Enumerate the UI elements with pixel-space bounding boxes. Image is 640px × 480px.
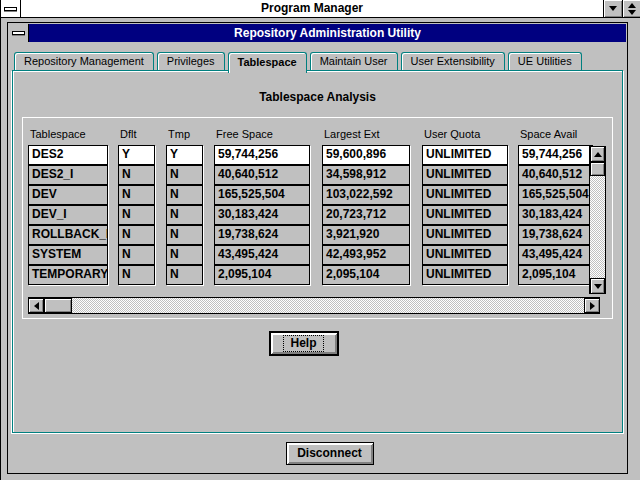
table-cell[interactable]: N (118, 225, 155, 245)
scroll-right-button[interactable] (584, 298, 600, 313)
table-row: SYSTEMNN43,495,42442,493,952UNLIMITED43,… (28, 245, 612, 265)
table-cell[interactable]: 43,495,424 (518, 245, 593, 265)
triangle-down-icon (609, 6, 617, 11)
table-cell[interactable]: Y (166, 145, 203, 165)
table-cell[interactable]: 59,744,256 (214, 145, 310, 165)
table-cell[interactable]: 59,744,256 (518, 145, 593, 165)
control-menu-dash-icon (4, 7, 17, 11)
triangle-up-icon (594, 152, 602, 157)
tab-user-extensibility[interactable]: User Extensibility (401, 52, 505, 70)
table-row: DES2YY59,744,25659,600,896UNLIMITED59,74… (28, 145, 612, 165)
table-cell[interactable]: DEV_I (28, 205, 108, 225)
triangle-right-icon (590, 302, 595, 310)
scroll-up-button[interactable] (590, 146, 605, 162)
table-row: DEVNN165,525,504103,022,592UNLIMITED165,… (28, 185, 612, 205)
table-cell[interactable]: UNLIMITED (422, 245, 508, 265)
help-button-label: Help (283, 335, 323, 352)
table-cell[interactable]: 59,600,896 (322, 145, 410, 165)
column-header: Tmp (166, 128, 203, 140)
scroll-down-button[interactable] (590, 278, 605, 294)
tab-maintain-user[interactable]: Maintain User (310, 52, 398, 70)
horizontal-scroll-thumb[interactable] (44, 298, 72, 313)
table-cell[interactable]: 2,095,104 (518, 265, 593, 285)
table-cell[interactable]: N (118, 165, 155, 185)
column-header: Free Space (214, 128, 310, 140)
control-menu-dash-icon (12, 31, 25, 35)
tab-ue-utilities[interactable]: UE Utilities (508, 52, 582, 70)
table-cell[interactable]: 2,095,104 (214, 265, 310, 285)
table-cell[interactable]: 165,525,504 (518, 185, 593, 205)
table-cell[interactable]: 20,723,712 (322, 205, 410, 225)
vertical-scroll-thumb[interactable] (590, 162, 605, 176)
column-header: User Quota (422, 128, 508, 140)
table-cell[interactable]: DES2 (28, 145, 108, 165)
table-cell[interactable]: UNLIMITED (422, 265, 508, 285)
desktop: { "desktop": { "title": "Program Manager… (0, 0, 640, 480)
tab-tablespace[interactable]: Tablespace (228, 52, 307, 73)
table-cell[interactable]: 19,738,624 (518, 225, 593, 245)
pm-minimize-button[interactable] (603, 0, 622, 17)
table-cell[interactable]: N (118, 265, 155, 285)
column-header: Dflt (118, 128, 155, 140)
table-cell[interactable]: N (118, 205, 155, 225)
table-cell[interactable]: SYSTEM (28, 245, 108, 265)
table-cell[interactable]: 34,598,912 (322, 165, 410, 185)
table-cell[interactable]: 43,495,424 (214, 245, 310, 265)
pm-restore-button[interactable] (622, 0, 640, 17)
tab-repository-management[interactable]: Repository Management (14, 52, 154, 70)
disconnect-button[interactable]: Disconnect (286, 442, 374, 465)
table-row: ROLLBACK_DNN19,738,6243,921,920UNLIMITED… (28, 225, 612, 245)
tab-privileges[interactable]: Privileges (157, 52, 225, 70)
tablespace-table: TablespaceDfltTmpFree SpaceLargest ExtUs… (22, 117, 613, 319)
table-cell[interactable]: DES2_I (28, 165, 108, 185)
app-titlebar[interactable]: Repository Administration Utility (9, 24, 626, 42)
table-cell[interactable]: N (118, 245, 155, 265)
column-header: Tablespace (28, 128, 108, 140)
table-cell[interactable]: 40,640,512 (518, 165, 593, 185)
table-cell[interactable]: N (166, 205, 203, 225)
table-cell[interactable]: N (166, 245, 203, 265)
table-cell[interactable]: UNLIMITED (422, 205, 508, 225)
table-cell[interactable]: 40,640,512 (214, 165, 310, 185)
table-cell[interactable]: N (118, 185, 155, 205)
table-cell[interactable]: 3,921,920 (322, 225, 410, 245)
table-cell[interactable]: UNLIMITED (422, 225, 508, 245)
triangle-down-icon (594, 284, 602, 289)
table-cell[interactable]: N (166, 185, 203, 205)
triangle-down-icon (628, 10, 636, 15)
vertical-scroll-track[interactable] (590, 176, 605, 278)
scroll-left-button[interactable] (28, 298, 44, 313)
table-cell[interactable]: 2,095,104 (322, 265, 410, 285)
table-cell[interactable]: N (166, 225, 203, 245)
table-row: DEV_INN30,183,42420,723,712UNLIMITED30,1… (28, 205, 612, 225)
table-cell[interactable]: UNLIMITED (422, 185, 508, 205)
horizontal-scrollbar[interactable] (28, 297, 600, 314)
help-button[interactable]: Help (269, 331, 339, 356)
pm-control-menu-button[interactable] (1, 0, 21, 17)
triangle-left-icon (34, 302, 39, 310)
table-cell[interactable]: 19,738,624 (214, 225, 310, 245)
table-cell[interactable]: N (166, 265, 203, 285)
program-manager-titlebar[interactable]: Program Manager (1, 0, 640, 18)
table-cell[interactable]: 30,183,424 (518, 205, 593, 225)
column-header: Largest Ext (322, 128, 410, 140)
triangle-up-icon (628, 3, 636, 8)
table-cell[interactable]: TEMPORARY (28, 265, 108, 285)
vertical-scrollbar[interactable] (589, 146, 606, 294)
tablespace-tab-panel: Tablespace Analysis TablespaceDfltTmpFre… (12, 70, 623, 433)
table-cell[interactable]: 165,525,504 (214, 185, 310, 205)
app-control-menu-button[interactable] (9, 24, 29, 42)
pm-window-title: Program Manager (21, 0, 603, 17)
table-row: DES2_INN40,640,51234,598,912UNLIMITED40,… (28, 165, 612, 185)
table-cell[interactable]: DEV (28, 185, 108, 205)
table-cell[interactable]: N (166, 165, 203, 185)
table-cell[interactable]: Y (118, 145, 155, 165)
table-body: DES2YY59,744,25659,600,896UNLIMITED59,74… (28, 145, 612, 285)
table-cell[interactable]: UNLIMITED (422, 145, 508, 165)
table-cell[interactable]: ROLLBACK_D (28, 225, 108, 245)
table-cell[interactable]: UNLIMITED (422, 165, 508, 185)
table-cell[interactable]: 103,022,592 (322, 185, 410, 205)
horizontal-scroll-track[interactable] (72, 298, 584, 313)
table-cell[interactable]: 42,493,952 (322, 245, 410, 265)
table-cell[interactable]: 30,183,424 (214, 205, 310, 225)
